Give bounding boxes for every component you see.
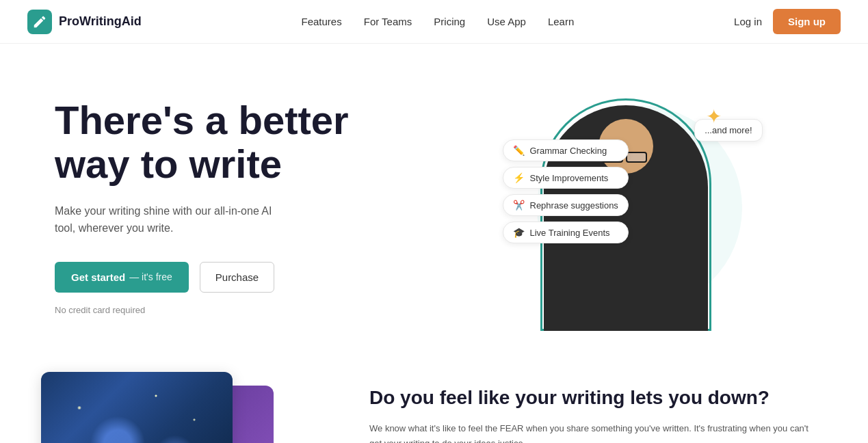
more-bubble: ...and more! bbox=[694, 119, 762, 142]
rephrase-icon: ✂️ bbox=[513, 200, 525, 211]
nav-use-app[interactable]: Use App bbox=[487, 16, 526, 27]
login-button[interactable]: Log in bbox=[734, 16, 762, 27]
hero-subtitle: Make your writing shine with our all-in-… bbox=[55, 202, 287, 237]
glass-right bbox=[626, 152, 647, 163]
hero-illustration: ✏️ Grammar Checking ⚡ Style Improvements… bbox=[503, 85, 763, 331]
hero-title-line2: way to write bbox=[55, 142, 282, 186]
logo-icon bbox=[27, 10, 52, 34]
nav-learn[interactable]: Learn bbox=[548, 16, 574, 27]
second-section-title: Do you feel like your writing lets you d… bbox=[369, 386, 813, 410]
starry-night-artwork bbox=[41, 372, 233, 443]
feature-card-training: 🎓 Live Training Events bbox=[503, 222, 629, 243]
nav-actions: Log in Sign up bbox=[734, 9, 841, 34]
navbar: ProWritingAid Features For Teams Pricing… bbox=[0, 0, 868, 44]
get-started-button[interactable]: Get started — it's free bbox=[55, 262, 189, 293]
signup-button[interactable]: Sign up bbox=[773, 9, 841, 34]
second-left: My idea in my head bbox=[41, 372, 315, 443]
purchase-button[interactable]: Purchase bbox=[200, 262, 274, 293]
feature-cards: ✏️ Grammar Checking ⚡ Style Improvements… bbox=[503, 139, 629, 243]
second-section-text: We know what it's like to feel the FEAR … bbox=[369, 421, 813, 443]
no-credit-text: No credit card required bbox=[55, 305, 438, 315]
nav-links: Features For Teams Pricing Use App Learn bbox=[302, 16, 575, 28]
feature-card-grammar: ✏️ Grammar Checking bbox=[503, 139, 629, 161]
nav-for-teams[interactable]: For Teams bbox=[364, 16, 412, 27]
style-icon: ⚡ bbox=[513, 172, 525, 183]
hero-title-line1: There's a better bbox=[55, 98, 349, 142]
feature-card-rephrase: ✂️ Rephrase suggestions bbox=[503, 194, 629, 216]
style-label: Style Improvements bbox=[530, 173, 609, 183]
hero-left: There's a better way to write Make your … bbox=[55, 85, 438, 315]
nav-features[interactable]: Features bbox=[302, 16, 342, 27]
get-started-label: Get started bbox=[71, 271, 125, 283]
hero-section: There's a better way to write Make your … bbox=[0, 44, 868, 358]
second-section: My idea in my head Do you feel like your… bbox=[0, 358, 868, 443]
grammar-label: Grammar Checking bbox=[530, 146, 607, 156]
feature-card-style: ⚡ Style Improvements bbox=[503, 167, 629, 189]
grammar-icon: ✏️ bbox=[513, 145, 525, 156]
hero-buttons: Get started — it's free Purchase bbox=[55, 262, 438, 293]
free-text: — it's free bbox=[129, 271, 172, 282]
art-cards: My idea in my head bbox=[41, 372, 287, 443]
second-right: Do you feel like your writing lets you d… bbox=[369, 372, 813, 443]
training-label: Live Training Events bbox=[530, 228, 610, 238]
deco-plus-icon: ✦ bbox=[706, 105, 722, 128]
second-title-text: Do you feel like your writing lets you d… bbox=[369, 387, 770, 408]
hero-title: There's a better way to write bbox=[55, 98, 438, 186]
logo-area[interactable]: ProWritingAid bbox=[27, 10, 142, 34]
art-card-front: My idea in my head bbox=[41, 372, 233, 443]
hero-right: ✏️ Grammar Checking ⚡ Style Improvements… bbox=[438, 85, 827, 331]
training-icon: 🎓 bbox=[513, 227, 525, 238]
rephrase-label: Rephrase suggestions bbox=[530, 200, 618, 211]
nav-pricing[interactable]: Pricing bbox=[434, 16, 465, 27]
brand-name: ProWritingAid bbox=[59, 14, 142, 29]
